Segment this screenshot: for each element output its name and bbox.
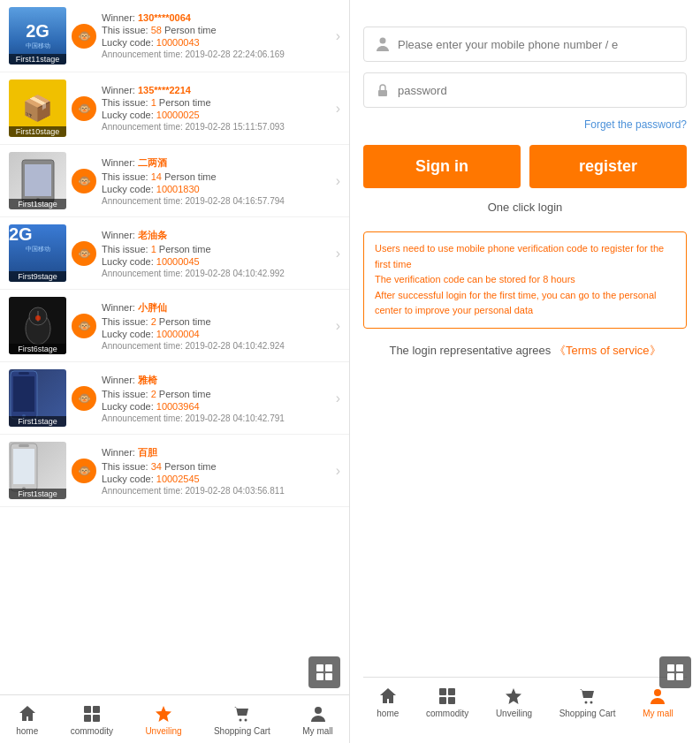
product-image: First6stage [9, 297, 66, 354]
stage-label: First9stage [9, 271, 66, 282]
svg-rect-34 [448, 688, 455, 695]
password-input-group [363, 72, 687, 108]
winner-item[interactable]: First1stage 🐵 Winner: 二两酒 This issue: 14… [0, 145, 349, 217]
svg-rect-32 [676, 673, 683, 680]
svg-point-40 [654, 689, 661, 696]
winner-list: 2G 中国移动 First11stage 🐵 Winner: 130****00… [0, 0, 349, 694]
svg-rect-19 [84, 706, 91, 713]
lucky-code: 10003964 [156, 401, 200, 412]
nav-cart-right[interactable]: Shopping Cart [552, 682, 623, 722]
nav-shopping-cart[interactable]: Shopping Cart [207, 700, 278, 739]
product-image: First1stage [9, 369, 66, 427]
announce-time: Announcement time: 2019-02-28 04:16:57.7… [102, 196, 332, 206]
stage-label: First6stage [9, 344, 66, 354]
winner-item[interactable]: 📦 First10stage 🐵 Winner: 135****2214 Thi… [0, 72, 349, 145]
svg-rect-12 [13, 449, 34, 484]
terms-link[interactable]: 《Terms of service》 [554, 344, 661, 357]
svg-point-6 [35, 315, 41, 321]
svg-rect-9 [19, 372, 29, 375]
issue-number: 58 [151, 25, 162, 35]
announce-time: Announcement time: 2019-02-28 04:10:42.9… [102, 269, 332, 278]
svg-rect-1 [25, 164, 51, 196]
chevron-right-icon: › [336, 246, 340, 262]
star-icon [153, 703, 174, 724]
nav-unveiling[interactable]: Unveiling [138, 700, 188, 739]
password-input[interactable] [398, 84, 675, 97]
nav-home-right[interactable]: home [369, 682, 406, 722]
phone-input-group [363, 27, 687, 62]
winner-item[interactable]: 2G 中国移动 First9stage 🐵 Winner: 老油条 This i… [0, 217, 349, 290]
nav-unveiling-label: Unveiling [145, 726, 181, 736]
winner-item[interactable]: 2G 中国移动 First11stage 🐵 Winner: 130****00… [0, 0, 349, 72]
avatar: 🐵 [72, 169, 96, 193]
nav-cart-label: Shopping Cart [214, 726, 270, 736]
winner-info: Winner: 小胖仙 This issue: 2 Person time Lu… [102, 301, 332, 351]
cart-icon [577, 686, 598, 707]
winner-info: Winner: 百胆 This issue: 34 Person time Lu… [102, 446, 332, 496]
product-image: First1stage [9, 152, 66, 209]
issue-number: 14 [151, 171, 162, 182]
register-button[interactable]: register [529, 145, 687, 188]
bottom-nav-left: home commodity Unveiling [0, 694, 349, 743]
svg-rect-17 [316, 673, 323, 680]
svg-point-25 [244, 718, 247, 721]
winner-info: Winner: 雅椅 This issue: 2 Person time Luc… [102, 374, 332, 423]
svg-rect-22 [93, 715, 100, 722]
winner-info: Winner: 135****2214 This issue: 1 Person… [102, 85, 332, 132]
winner-item[interactable]: First6stage 🐵 Winner: 小胖仙 This issue: 2 … [0, 290, 349, 362]
winner-item[interactable]: First1stage 🐵 Winner: 雅椅 This issue: 2 P… [0, 362, 349, 435]
svg-rect-18 [325, 673, 332, 680]
avatar: 🐵 [72, 24, 96, 49]
product-image: 2G 中国移动 First9stage [9, 224, 66, 282]
terms-prefix: The login representative agrees [389, 344, 551, 357]
issue-number: 34 [151, 461, 162, 472]
nav-commodity-right[interactable]: commodity [419, 682, 476, 722]
avatar: 🐵 [72, 241, 96, 266]
nav-unveiling-right-label: Unveiling [496, 709, 532, 718]
home-icon [17, 703, 38, 724]
product-image: 2G 中国移动 First11stage [9, 7, 66, 64]
svg-point-38 [584, 701, 587, 703]
nav-cart-right-label: Shopping Cart [559, 709, 616, 718]
chevron-right-icon: › [336, 318, 340, 334]
grid-toggle-button-right[interactable] [659, 656, 691, 688]
nav-commodity[interactable]: commodity [64, 700, 120, 739]
stage-label: First10stage [9, 126, 66, 137]
winner-name: 135****2214 [138, 85, 191, 95]
one-click-login[interactable]: One click login [363, 201, 687, 214]
winner-info: Winner: 130****0064 This issue: 58 Perso… [102, 12, 332, 59]
login-form: Forget the password? Sign in register On… [363, 18, 687, 677]
announce-time: Announcement time: 2019-02-28 22:24:06.1… [102, 49, 332, 59]
chevron-right-icon: › [336, 173, 340, 189]
avatar: 🐵 [72, 96, 96, 121]
nav-unveiling-right[interactable]: Unveiling [489, 682, 539, 722]
chevron-right-icon: › [336, 390, 340, 406]
signin-button[interactable]: Sign in [363, 145, 521, 188]
announce-time: Announcement time: 2019-02-28 04:10:42.7… [102, 413, 332, 423]
nav-home[interactable]: home [9, 700, 45, 739]
avatar: 🐵 [72, 386, 96, 411]
person-icon [308, 703, 329, 724]
grid-icon [81, 703, 103, 724]
svg-rect-29 [667, 664, 674, 671]
winner-item[interactable]: First1stage 🐵 Winner: 百胆 This issue: 34 … [0, 435, 349, 507]
issue-number: 1 [151, 97, 156, 108]
svg-rect-20 [93, 706, 100, 713]
svg-marker-23 [156, 706, 171, 722]
nav-my-mall[interactable]: My mall [295, 700, 339, 739]
home-icon [377, 686, 399, 707]
svg-rect-16 [325, 664, 332, 671]
grid-icon [437, 686, 458, 707]
lock-icon [375, 82, 391, 98]
person-icon [647, 686, 668, 707]
chevron-right-icon: › [336, 101, 340, 117]
svg-rect-36 [448, 697, 455, 704]
phone-input[interactable] [398, 38, 675, 51]
stage-label: First1stage [9, 489, 66, 499]
star-icon [503, 686, 524, 707]
lucky-code: 10002545 [156, 474, 200, 484]
grid-toggle-button[interactable] [308, 656, 340, 688]
winner-name: 小胖仙 [138, 302, 167, 313]
forget-password-link[interactable]: Forget the password? [363, 118, 687, 131]
issue-number: 1 [151, 244, 156, 254]
